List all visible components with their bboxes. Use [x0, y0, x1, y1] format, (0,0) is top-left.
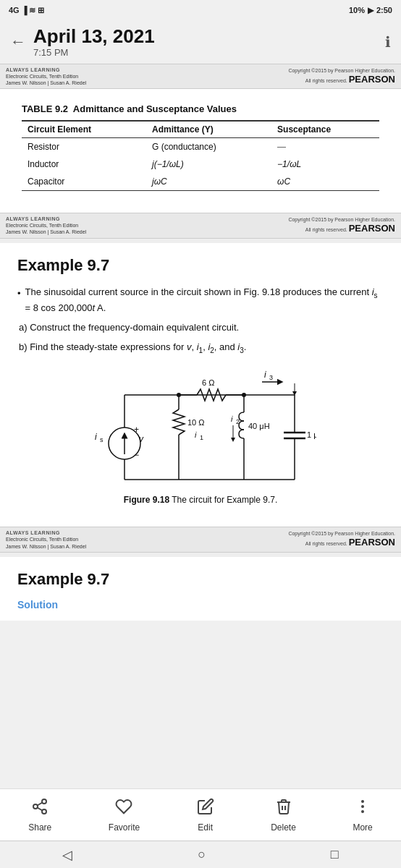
- part-b-text: b) Find the steady-state expressions for…: [19, 340, 384, 357]
- favorite-button[interactable]: Favorite: [101, 793, 147, 837]
- svg-line-40: [38, 802, 43, 805]
- nav-square-button[interactable]: □: [316, 844, 353, 865]
- page-title: April 13, 2021: [33, 26, 378, 47]
- page-subtitle: 7:15 PM: [33, 47, 378, 58]
- authors-3: James W. Nilsson | Susan A. Riedel: [6, 544, 86, 549]
- svg-text:1: 1: [200, 434, 203, 441]
- admittance-table: Circuit Element Admittance (Y) Susceptan…: [22, 120, 379, 191]
- banner-right-2: Copyright ©2015 by Pearson Higher Educat…: [288, 216, 395, 235]
- info-button[interactable]: ℹ: [385, 33, 391, 51]
- solution-label: Solution: [17, 599, 384, 610]
- col-susceptance: Susceptance: [271, 121, 379, 138]
- share-icon: [31, 798, 48, 820]
- svg-point-43: [361, 810, 364, 813]
- heart-icon: [115, 798, 132, 820]
- edit-label: Edit: [198, 822, 213, 833]
- share-button[interactable]: Share: [21, 793, 59, 837]
- pearson-logo-2: PEARSON: [349, 223, 395, 234]
- pearson-logo-3: PEARSON: [349, 537, 395, 548]
- table-row: Capacitor jωC ωC: [22, 173, 379, 191]
- authors-2: James W. Nilsson | Susan A. Riedel: [6, 229, 86, 234]
- status-right: 10% ▶ 2:50: [349, 6, 392, 15]
- wifi-icon: ≋: [29, 6, 35, 15]
- extra-icon: ⊞: [38, 6, 44, 15]
- svg-point-38: [42, 809, 46, 814]
- admittance-resistor: G (conductance): [146, 138, 271, 156]
- banner-left: ALWAYS LEARNING Electronic Circuits, Ten…: [6, 67, 86, 86]
- banner-left-2: ALWAYS LEARNING Electronic Circuits, Ten…: [6, 216, 86, 235]
- authors: James W. Nilsson | Susan A. Riedel: [6, 80, 86, 85]
- edit-icon: [197, 798, 214, 820]
- svg-text:10 Ω: 10 Ω: [187, 418, 205, 427]
- svg-point-42: [361, 805, 364, 808]
- nav-back-button[interactable]: ◁: [48, 844, 87, 866]
- figure-caption: Figure 9.18 The circuit for Example 9.7.: [124, 495, 278, 505]
- svg-text:i: i: [264, 370, 266, 380]
- svg-text:i: i: [231, 414, 233, 423]
- col-circuit: Circuit Element: [22, 121, 146, 138]
- col-admittance: Admittance (Y): [146, 121, 271, 138]
- example-title: Example 9.7: [17, 256, 384, 275]
- status-bar: 4G ▐ ≋ ⊞ 10% ▶ 2:50: [0, 0, 401, 20]
- circuit-diagram: i 3 +: [32, 367, 369, 490]
- pearson-banner-bottom: ALWAYS LEARNING Electronic Circuits, Ten…: [0, 527, 401, 552]
- back-button[interactable]: ←: [10, 33, 26, 51]
- banner-left-3: ALWAYS LEARNING Electronic Circuits, Ten…: [6, 529, 86, 549]
- table-row: Resistor G (conductance) —: [22, 138, 379, 156]
- always-learning-label: ALWAYS LEARNING: [6, 67, 60, 72]
- clock: 2:50: [376, 6, 392, 14]
- svg-text:6 Ω: 6 Ω: [202, 378, 214, 387]
- edit-button[interactable]: Edit: [190, 793, 221, 837]
- susceptance-resistor: —: [271, 138, 379, 156]
- banner-right: Copyright ©2015 by Pearson Higher Educat…: [288, 67, 395, 86]
- delete-button[interactable]: Delete: [263, 793, 303, 837]
- svg-point-36: [42, 799, 46, 804]
- bottom-nav: ◁ ○ □: [0, 841, 401, 868]
- pearson-banner-top: ALWAYS LEARNING Electronic Circuits, Ten…: [0, 64, 401, 89]
- svg-text:v: v: [139, 434, 144, 444]
- always-learning-label-3: ALWAYS LEARNING: [6, 530, 60, 535]
- rights-text-3: All rights reserved.: [305, 541, 347, 546]
- banner-right-3: Copyright ©2015 by Pearson Higher Educat…: [288, 530, 395, 549]
- signal-icon: 4G: [9, 6, 20, 14]
- example2-section: Example 9.7 Solution: [0, 553, 401, 621]
- header-title-block: April 13, 2021 7:15 PM: [33, 26, 378, 58]
- element-resistor: Resistor: [22, 138, 146, 156]
- book-title-2: Electronic Circuits, Tenth Edition: [6, 223, 78, 228]
- bars-icon: ▐: [22, 6, 28, 14]
- more-icon: [354, 798, 371, 820]
- susceptance-capacitor: ωC: [271, 173, 379, 191]
- pearson-logo: PEARSON: [349, 74, 395, 85]
- copyright-text-3: Copyright ©2015 by Pearson Higher Educat…: [288, 531, 395, 536]
- svg-text:+: +: [134, 425, 139, 435]
- rights-text: All rights reserved.: [305, 78, 347, 83]
- table-section: TABLE 9.2 Admittance and Susceptance Val…: [0, 89, 401, 213]
- figure-desc: The circuit for Example 9.7.: [172, 495, 277, 505]
- copyright-text-2: Copyright ©2015 by Pearson Higher Educat…: [288, 217, 395, 222]
- svg-text:40 μH: 40 μH: [248, 422, 270, 430]
- example2-title: Example 9.7: [17, 570, 384, 589]
- svg-text:2: 2: [236, 418, 240, 425]
- nav-home-button[interactable]: ○: [183, 844, 220, 865]
- book-title: Electronic Circuits, Tenth Edition: [6, 74, 78, 79]
- svg-text:3: 3: [269, 374, 273, 381]
- status-left: 4G ▐ ≋ ⊞: [9, 6, 44, 15]
- more-label: More: [353, 822, 372, 833]
- circuit-svg: i 3 +: [85, 367, 316, 490]
- svg-point-41: [361, 800, 364, 803]
- svg-text:i: i: [95, 432, 97, 442]
- delete-icon: [275, 798, 292, 820]
- bottom-toolbar: Share Favorite Edit Delete: [0, 788, 401, 841]
- svg-text:1 μF: 1 μF: [307, 430, 316, 439]
- svg-point-37: [33, 804, 38, 809]
- rights-text-2: All rights reserved.: [305, 227, 347, 232]
- header: ← April 13, 2021 7:15 PM ℹ: [0, 20, 401, 64]
- book-title-3: Electronic Circuits, Tenth Edition: [6, 537, 78, 542]
- svg-point-29: [242, 393, 246, 397]
- always-learning-label-2: ALWAYS LEARNING: [6, 216, 60, 221]
- susceptance-inductor: −1/ωL: [271, 156, 379, 173]
- admittance-capacitor: jωC: [146, 173, 271, 191]
- more-button[interactable]: More: [345, 793, 379, 837]
- copyright-text: Copyright ©2015 by Pearson Higher Educat…: [288, 68, 395, 73]
- pearson-banner-middle: ALWAYS LEARNING Electronic Circuits, Ten…: [0, 213, 401, 238]
